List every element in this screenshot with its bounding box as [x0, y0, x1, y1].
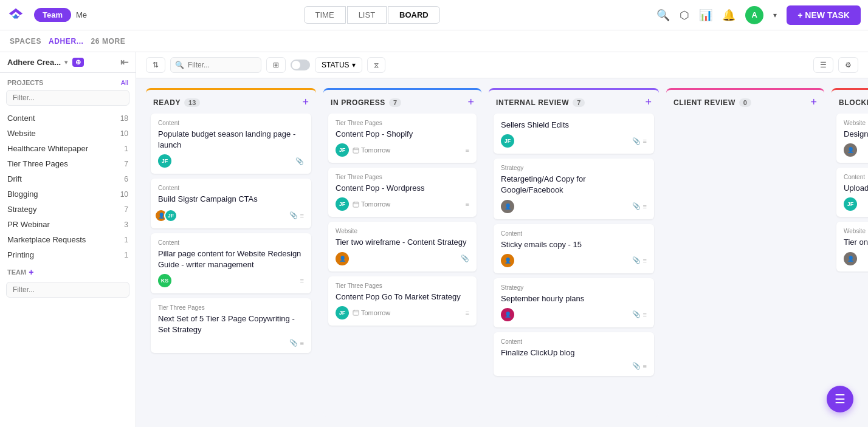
tab-board[interactable]: BOARD	[388, 6, 440, 24]
card-title: Next Set of 5 Tier 3 Page Copywriting - …	[158, 313, 304, 335]
sidebar-project-item[interactable]: Marketplace Requests1	[0, 232, 136, 247]
card-icons: ≡	[466, 146, 469, 154]
card-icons: ≡	[466, 200, 469, 208]
workspace-name: Adhere Crea...	[7, 58, 61, 67]
card[interactable]: Tier Three Pages Next Set of 5 Tier 3 Pa…	[151, 298, 311, 353]
sidebar-project-item[interactable]: Blogging10	[0, 186, 136, 202]
card[interactable]: Content Upload next spot templa... JF	[836, 168, 868, 217]
column-header-internal-review: INTERNAL REVIEW 7 +	[489, 88, 659, 114]
tab-time[interactable]: TIME	[304, 6, 346, 24]
project-name: Website	[7, 129, 120, 138]
card-label: Content	[158, 120, 304, 126]
card-footer: 👤📎	[336, 252, 469, 265]
user-avatar[interactable]: A	[745, 6, 763, 24]
sidebar-project-item[interactable]: Drift6	[0, 171, 136, 186]
project-count: 7	[124, 160, 128, 168]
project-name: Tier Three Pages	[7, 159, 124, 168]
card-title: Retargeting/Ad Copy for Google/Facebook	[501, 174, 647, 196]
main-layout: Adhere Crea... ▾ ⊕ ⇤ PROJECTS All Conten…	[0, 52, 868, 427]
card[interactable]: Website Tier one ser... tent populat... …	[836, 222, 868, 271]
sidebar-project-item[interactable]: Tier Three Pages7	[0, 156, 136, 171]
project-count: 10	[120, 129, 128, 138]
sidebar-project-item[interactable]: Strategy7	[0, 202, 136, 217]
column-add-button[interactable]: +	[467, 96, 474, 109]
toggle-switch[interactable]	[291, 60, 310, 70]
avatar: JF	[336, 197, 349, 211]
tab-list[interactable]: LIST	[347, 6, 387, 24]
card-footer: KS≡	[158, 274, 304, 287]
team-badge[interactable]: Team	[34, 8, 71, 22]
column-client-review: CLIENT REVIEW 0 +	[666, 88, 824, 417]
date-chip: Tomorrow	[353, 309, 390, 316]
card[interactable]: Strategy Retargeting/Ad Copy for Google/…	[494, 159, 654, 219]
filter-wrap: 🔍	[170, 57, 261, 73]
columns-button[interactable]: ⊞	[266, 57, 286, 73]
project-count: 18	[120, 114, 128, 123]
card[interactable]: Tier Three Pages Content Pop - Wordpress…	[328, 168, 477, 217]
logo[interactable]	[7, 7, 24, 24]
workspace-item[interactable]: Adhere Crea... ▾ ⊕ ⇤	[0, 52, 136, 73]
me-label[interactable]: Me	[76, 10, 87, 19]
sidebar-project-item[interactable]: PR Webinar3	[0, 217, 136, 232]
column-add-button[interactable]: +	[302, 96, 309, 109]
sidebar-filter-input[interactable]	[6, 90, 129, 106]
sidebar-project-item[interactable]: Content18	[0, 111, 136, 126]
card-icons: ≡	[466, 309, 469, 316]
all-projects-link[interactable]: All	[121, 79, 128, 86]
board-toolbar: ⇅ 🔍 ⊞ STATUS ▾ ⧖ ☰ ⚙	[136, 52, 868, 78]
status-dropdown[interactable]: STATUS ▾	[315, 57, 362, 73]
sidebar-project-item[interactable]: Printing1	[0, 247, 136, 262]
card-label: Website	[844, 228, 868, 234]
project-name: Printing	[7, 250, 124, 259]
sidebar-bottom-filter-input[interactable]	[6, 282, 129, 298]
fab-button[interactable]: ☰	[827, 386, 853, 412]
project-count: 3	[124, 220, 128, 229]
card-title: Design our w...	[844, 129, 868, 140]
card[interactable]: Content Populate budget season landing p…	[151, 114, 311, 174]
sidebar-project-item[interactable]: Website10	[0, 126, 136, 141]
card-label: Strategy	[501, 284, 647, 291]
view-button[interactable]: ☰	[813, 57, 833, 73]
card[interactable]: Content Build Sigstr Campaign CTAs 👤JF📎≡	[151, 179, 311, 228]
card[interactable]: Tier Three Pages Content Pop - Shopify J…	[328, 114, 477, 163]
card[interactable]: Content Sticky emails copy - 15 👤📎≡	[494, 224, 654, 273]
card-footer: 👤📎≡	[501, 254, 647, 267]
collapse-icon[interactable]: ⇤	[120, 56, 128, 68]
card[interactable]: Website Tier two wireframe - Content Str…	[328, 222, 477, 271]
sort-button[interactable]: ⇅	[146, 57, 165, 73]
card-footer: 📎≡	[501, 362, 647, 370]
card[interactable]: Website Design our w... 👤	[836, 114, 868, 163]
clip-icon: 📎	[295, 157, 304, 165]
team-add-button[interactable]: +	[29, 267, 33, 277]
card-footer: JF📎	[158, 154, 304, 168]
new-task-button[interactable]: + NEW TASK	[787, 5, 861, 25]
card[interactable]: Strategy September hourly plans 👤📎≡	[494, 278, 654, 327]
card-footer: JFTomorrow≡	[336, 143, 469, 157]
project-name: Marketplace Requests	[7, 235, 124, 244]
settings-button[interactable]: ⚙	[838, 57, 858, 73]
more-spaces-link[interactable]: 26 more	[91, 37, 126, 46]
card-footer: 👤	[844, 143, 868, 157]
clip-icon: 📎	[289, 339, 298, 347]
bell-icon[interactable]: 🔔	[722, 9, 735, 22]
cube-icon[interactable]: ⬡	[680, 9, 689, 22]
card[interactable]: Tier Three Pages Content Pop Go To Marke…	[328, 276, 477, 326]
card[interactable]: Content Pillar page content for Website …	[151, 233, 311, 293]
card[interactable]: Content Finalize ClickUp blog 📎≡	[494, 332, 654, 376]
filter-button[interactable]: ⧖	[367, 57, 385, 73]
svg-rect-2	[353, 310, 359, 315]
chevron-down-icon[interactable]: ▾	[773, 11, 777, 19]
workspace-link[interactable]: Adher...	[49, 37, 83, 46]
column-add-button[interactable]: +	[810, 96, 817, 109]
column-cards-internal-review: Sellers Shield Edits JF📎≡ Strategy Retar…	[489, 114, 659, 417]
avatar: 👤	[501, 254, 514, 267]
clip-icon: 📎	[632, 256, 641, 264]
card-label: Content	[844, 174, 868, 180]
card[interactable]: Sellers Shield Edits JF📎≡	[494, 114, 654, 154]
search-icon[interactable]: 🔍	[656, 9, 670, 22]
chart-icon[interactable]: 📊	[699, 9, 712, 22]
card-icons: 📎	[461, 254, 469, 262]
column-add-button[interactable]: +	[645, 96, 652, 109]
board-area: ⇅ 🔍 ⊞ STATUS ▾ ⧖ ☰ ⚙ READY 13	[136, 52, 868, 427]
sidebar-project-item[interactable]: Healthcare Whitepaper1	[0, 141, 136, 156]
